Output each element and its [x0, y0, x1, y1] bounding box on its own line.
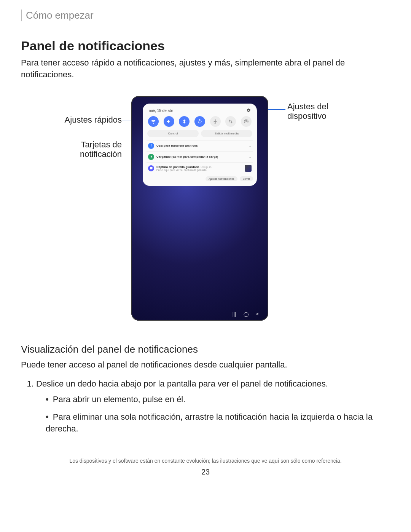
- sound-icon[interactable]: [164, 116, 174, 127]
- instructions-list: Deslice un dedo hacia abajo por la panta…: [36, 378, 390, 435]
- clear-button[interactable]: Borrar: [240, 176, 253, 181]
- rotate-icon[interactable]: [194, 116, 205, 127]
- charge-icon: [148, 154, 154, 160]
- section-heading: Visualización del panel de notificacione…: [21, 343, 390, 355]
- usb-icon: [148, 143, 154, 149]
- notification-card[interactable]: Cargando (53 min para completar la carga…: [147, 151, 253, 162]
- chevron-down-icon: ⌄: [249, 155, 252, 159]
- notification-card[interactable]: Captura de pantalla guardada1:04 p. m. P…: [147, 162, 253, 174]
- illustration-area: Ajustes rápidos Tarjetas de notificación…: [21, 96, 390, 324]
- notif-title: USB para transferir archivos: [156, 144, 198, 147]
- body-text: Puede tener acceso al panel de notificac…: [21, 359, 390, 371]
- recent-icon[interactable]: |||: [233, 312, 236, 317]
- breadcrumb: Cómo empezar: [21, 10, 390, 21]
- data-icon[interactable]: [225, 116, 236, 127]
- tablet-mockup: mié, 19 de abr Control Salida multimedia: [131, 96, 268, 321]
- bluetooth-icon[interactable]: [179, 116, 190, 127]
- notification-panel: mié, 19 de abr Control Salida multimedia: [143, 104, 257, 186]
- notif-title: Cargando (53 min para completar la carga…: [156, 155, 218, 158]
- segment-control[interactable]: Control: [147, 130, 199, 137]
- chevron-down-icon: ⌄: [249, 144, 252, 148]
- segment-media[interactable]: Salida multimedia: [201, 130, 252, 137]
- airplane-icon[interactable]: [210, 116, 221, 127]
- page-title: Panel de notificaciones: [21, 38, 390, 53]
- screenshot-icon: [148, 165, 154, 171]
- android-navbar: ||| ◯ <: [233, 312, 259, 317]
- quick-settings-row: [147, 116, 253, 130]
- wifi-icon[interactable]: [148, 116, 159, 127]
- back-icon[interactable]: <: [256, 312, 259, 317]
- label-notification-cards: Tarjetas de notificación: [42, 140, 122, 159]
- notif-title: Captura de pantalla guardada1:04 p. m.: [156, 165, 212, 169]
- list-item: Para eliminar una sola notificación, arr…: [46, 411, 390, 435]
- list-item: Deslice un dedo hacia abajo por la panta…: [36, 378, 390, 435]
- label-device-settings: Ajustes del dispositivo: [287, 102, 363, 121]
- screenshot-thumbnail: [245, 165, 252, 172]
- panel-date: mié, 19 de abr: [149, 109, 173, 113]
- gear-icon[interactable]: [247, 108, 251, 113]
- footnote: Los dispositivos y el software están en …: [21, 458, 390, 464]
- list-item: Para abrir un elemento, pulse en él.: [46, 394, 390, 406]
- intro-text: Para tener acceso rápido a notificacione…: [21, 57, 390, 81]
- hotspot-icon[interactable]: [241, 116, 252, 127]
- label-quick-settings: Ajustes rápidos: [42, 115, 122, 125]
- notif-subtitle: Pulse aquí para ver su captura de pantal…: [156, 169, 242, 171]
- svg-rect-0: [150, 167, 152, 169]
- home-icon[interactable]: ◯: [244, 312, 249, 317]
- page-number: 23: [21, 468, 390, 476]
- segment-row: Control Salida multimedia: [147, 130, 253, 140]
- notification-card[interactable]: USB para transferir archivos ⌄: [147, 140, 253, 151]
- notif-settings-button[interactable]: Ajustes notificaciones: [206, 176, 237, 181]
